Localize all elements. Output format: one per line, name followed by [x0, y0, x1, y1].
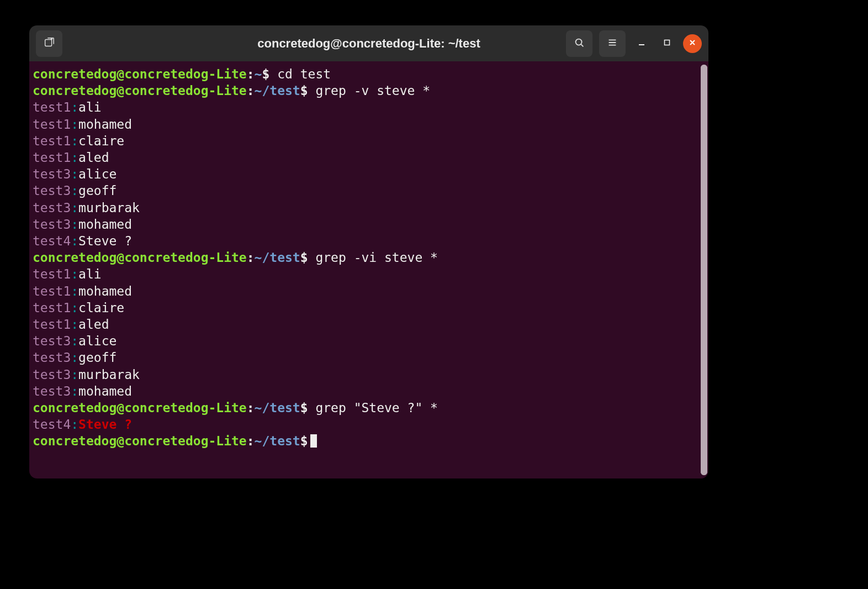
command-line: grep "Steve ?" *	[308, 401, 438, 415]
command-line: grep -vi steve *	[308, 250, 438, 265]
prompt-dollar: $	[300, 83, 308, 98]
prompt-path: ~/test	[255, 434, 300, 448]
grep-file: test3	[33, 334, 71, 348]
grep-text: Steve ?	[78, 234, 132, 248]
svg-point-1	[576, 39, 582, 45]
prompt-userhost: concretedog@concretedog-Lite	[33, 250, 247, 265]
prompt-userhost: concretedog@concretedog-Lite	[33, 67, 247, 81]
grep-text: geoff	[78, 183, 117, 198]
grep-sep: :	[71, 284, 78, 298]
command-line: grep -v steve *	[308, 83, 431, 98]
prompt-userhost: concretedog@concretedog-Lite	[33, 83, 247, 98]
grep-sep: :	[71, 201, 78, 215]
grep-text: claire	[78, 134, 124, 148]
grep-text: mohamed	[78, 384, 132, 398]
grep-text: claire	[78, 301, 124, 315]
svg-rect-0	[45, 39, 52, 46]
cursor	[310, 434, 317, 448]
grep-sep: :	[71, 234, 78, 248]
close-icon	[689, 38, 696, 49]
new-tab-button[interactable]	[36, 30, 62, 57]
grep-sep: :	[71, 384, 78, 398]
grep-match: Steve ?	[78, 417, 132, 432]
search-icon	[573, 36, 585, 51]
prompt-colon: :	[247, 83, 255, 98]
grep-file: test3	[33, 350, 71, 365]
prompt-colon: :	[247, 250, 255, 265]
grep-sep: :	[71, 301, 78, 315]
grep-sep: :	[71, 367, 78, 382]
titlebar: concretedog@concretedog-Lite: ~/test	[29, 25, 708, 61]
grep-sep: :	[71, 167, 78, 181]
grep-file: test3	[33, 217, 71, 232]
grep-sep: :	[71, 100, 78, 114]
grep-text: ali	[78, 100, 102, 114]
grep-file: test1	[33, 301, 71, 315]
grep-text: murbarak	[78, 201, 140, 215]
grep-sep: :	[71, 334, 78, 348]
prompt-userhost: concretedog@concretedog-Lite	[33, 434, 247, 448]
terminal-window: concretedog@concretedog-Lite: ~/test	[29, 25, 708, 478]
grep-file: test1	[33, 317, 71, 332]
grep-file: test3	[33, 201, 71, 215]
prompt-colon: :	[247, 401, 255, 415]
grep-text: mohamed	[78, 217, 132, 232]
grep-text: ali	[78, 267, 102, 281]
grep-sep: :	[71, 317, 78, 332]
prompt-dollar: $	[300, 250, 308, 265]
grep-text: aled	[78, 317, 109, 332]
grep-file: test1	[33, 134, 71, 148]
grep-text: aled	[78, 150, 109, 165]
prompt-dollar: $	[262, 67, 269, 81]
minimize-button[interactable]	[632, 34, 651, 53]
prompt-dollar: $	[300, 401, 308, 415]
grep-text: mohamed	[78, 284, 132, 298]
grep-sep: :	[71, 117, 78, 132]
grep-text: alice	[78, 167, 117, 181]
grep-sep: :	[71, 183, 78, 198]
grep-sep: :	[71, 417, 78, 432]
close-button[interactable]	[683, 34, 702, 53]
grep-file: test1	[33, 150, 71, 165]
grep-file: test3	[33, 367, 71, 382]
scrollbar[interactable]	[701, 65, 707, 475]
grep-file: test1	[33, 267, 71, 281]
prompt-path: ~/test	[255, 250, 300, 265]
search-button[interactable]	[566, 30, 592, 57]
prompt-userhost: concretedog@concretedog-Lite	[33, 401, 247, 415]
titlebar-right-group	[566, 30, 702, 57]
command-line: cd test	[269, 67, 331, 81]
grep-file: test1	[33, 117, 71, 132]
new-tab-icon	[43, 36, 55, 51]
grep-file: test1	[33, 100, 71, 114]
grep-sep: :	[71, 267, 78, 281]
maximize-icon	[663, 38, 671, 49]
prompt-path: ~	[255, 67, 262, 81]
grep-file: test1	[33, 284, 71, 298]
grep-sep: :	[71, 150, 78, 165]
grep-file: test3	[33, 183, 71, 198]
grep-text: geoff	[78, 350, 117, 365]
minimize-icon	[638, 38, 645, 49]
grep-file: test3	[33, 384, 71, 398]
grep-sep: :	[71, 350, 78, 365]
hamburger-icon	[606, 36, 618, 51]
terminal-viewport[interactable]: concretedog@concretedog-Lite:~$ cd test …	[29, 61, 708, 478]
maximize-button[interactable]	[658, 34, 676, 53]
scrollbar-thumb[interactable]	[701, 65, 707, 475]
terminal-content: concretedog@concretedog-Lite:~$ cd test …	[33, 66, 705, 450]
grep-text: alice	[78, 334, 117, 348]
prompt-colon: :	[247, 67, 255, 81]
prompt-path: ~/test	[255, 401, 300, 415]
grep-sep: :	[71, 134, 78, 148]
grep-text: mohamed	[78, 117, 132, 132]
prompt-dollar: $	[300, 434, 308, 448]
grep-sep: :	[71, 217, 78, 232]
grep-file: test4	[33, 417, 71, 432]
grep-file: test3	[33, 167, 71, 181]
prompt-colon: :	[247, 434, 255, 448]
grep-file: test4	[33, 234, 71, 248]
hamburger-menu-button[interactable]	[599, 30, 626, 57]
prompt-path: ~/test	[255, 83, 300, 98]
svg-rect-2	[665, 40, 670, 45]
